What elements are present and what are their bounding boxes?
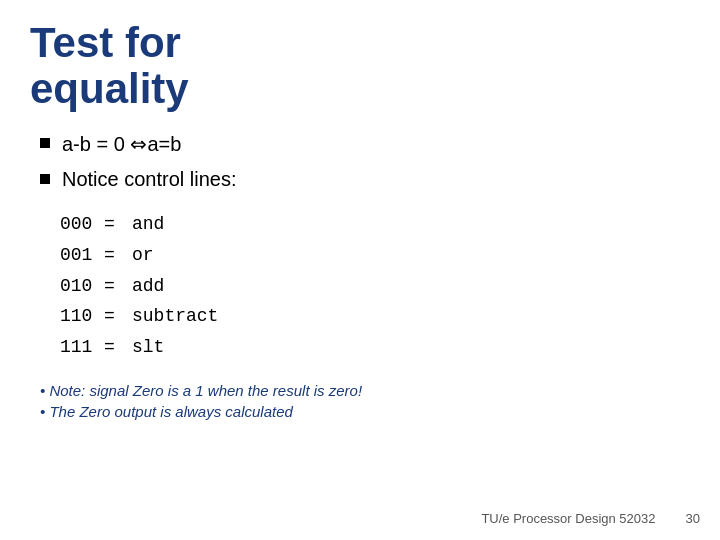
code-eq-2: = bbox=[104, 271, 124, 302]
title-line1: Test for bbox=[30, 19, 181, 66]
code-num-3: 110 bbox=[60, 301, 96, 332]
code-op-4: slt bbox=[132, 332, 164, 363]
code-row-3: 110 = subtract bbox=[60, 301, 690, 332]
code-row-0: 000 = and bbox=[60, 209, 690, 240]
notes-section: • Note: signal Zero is a 1 when the resu… bbox=[40, 382, 690, 420]
footer-page: 30 bbox=[686, 511, 700, 526]
code-eq-3: = bbox=[104, 301, 124, 332]
bullet-icon-1 bbox=[40, 138, 50, 148]
code-table: 000 = and 001 = or 010 = add 110 = subtr… bbox=[60, 209, 690, 362]
code-row-2: 010 = add bbox=[60, 271, 690, 302]
footer: TU/e Processor Design 52032 30 bbox=[481, 511, 700, 526]
bullet-item-2: Notice control lines: bbox=[40, 168, 690, 191]
footer-course: TU/e Processor Design 52032 bbox=[481, 511, 655, 526]
code-op-1: or bbox=[132, 240, 154, 271]
code-op-3: subtract bbox=[132, 301, 218, 332]
code-row-1: 001 = or bbox=[60, 240, 690, 271]
bullet-list: a-b = 0 ⇔a=b Notice control lines: bbox=[40, 132, 690, 191]
code-eq-0: = bbox=[104, 209, 124, 240]
note-text-1: • Note: signal Zero is a 1 when the resu… bbox=[40, 382, 362, 399]
bullet-text-2: Notice control lines: bbox=[62, 168, 237, 191]
code-eq-4: = bbox=[104, 332, 124, 363]
code-num-4: 111 bbox=[60, 332, 96, 363]
note-text-2: • The Zero output is always calculated bbox=[40, 403, 293, 420]
slide-title: Test for equality bbox=[30, 20, 690, 112]
note-item-1: • Note: signal Zero is a 1 when the resu… bbox=[40, 382, 690, 399]
bullet-item-1: a-b = 0 ⇔a=b bbox=[40, 132, 690, 156]
title-line2: equality bbox=[30, 65, 189, 112]
bullet-icon-2 bbox=[40, 174, 50, 184]
slide: Test for equality a-b = 0 ⇔a=b Notice co… bbox=[0, 0, 720, 540]
code-op-0: and bbox=[132, 209, 164, 240]
code-op-2: add bbox=[132, 271, 164, 302]
code-num-2: 010 bbox=[60, 271, 96, 302]
code-num-0: 000 bbox=[60, 209, 96, 240]
bullet-text-1: a-b = 0 ⇔a=b bbox=[62, 132, 181, 156]
code-eq-1: = bbox=[104, 240, 124, 271]
note-item-2: • The Zero output is always calculated bbox=[40, 403, 690, 420]
code-num-1: 001 bbox=[60, 240, 96, 271]
code-row-4: 111 = slt bbox=[60, 332, 690, 363]
